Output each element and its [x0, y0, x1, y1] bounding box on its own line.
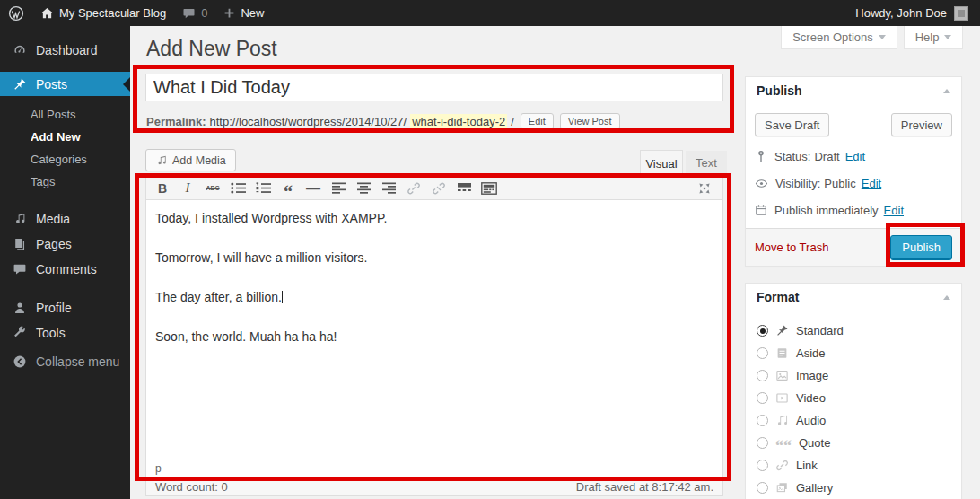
permalink-slug[interactable]: what-i-did-today-2	[410, 114, 507, 129]
insert-more-tag-icon[interactable]	[451, 178, 477, 198]
new-content-menu[interactable]: New	[215, 0, 272, 26]
post-title-input[interactable]	[145, 74, 723, 101]
radio-unselected[interactable]	[757, 392, 768, 404]
bold-icon[interactable]: B	[150, 178, 175, 198]
align-left-icon[interactable]	[326, 178, 351, 198]
format-option-video[interactable]: Video	[757, 387, 950, 409]
publish-panel-header[interactable]: Publish	[746, 77, 961, 104]
format-option-quote[interactable]: ““ Quote	[757, 432, 950, 454]
radio-unselected[interactable]	[757, 482, 768, 494]
sidebar-item-posts[interactable]: Posts	[0, 72, 130, 96]
sidebar-item-label: Profile	[36, 301, 72, 315]
word-count-label: Word count:	[155, 480, 218, 494]
sidebar-item-label: Comments	[36, 262, 97, 276]
plus-icon	[223, 7, 235, 19]
chevron-down-icon	[944, 35, 951, 39]
format-option-link[interactable]: Link	[757, 454, 950, 477]
visibility-label: Visibility:	[775, 177, 820, 190]
status-row: Status: Draft Edit	[755, 149, 952, 163]
sidebar-subitem-all-posts[interactable]: All Posts	[0, 103, 130, 126]
help-button[interactable]: Help	[904, 26, 963, 49]
distraction-free-icon[interactable]	[692, 178, 717, 198]
add-media-icon	[155, 154, 168, 167]
radio-unselected[interactable]	[757, 415, 768, 426]
format-option-audio[interactable]: Audio	[757, 409, 950, 432]
permalink-row: Permalink: http://localhost/wordpress/20…	[146, 113, 730, 130]
format-option-image[interactable]: Image	[757, 364, 950, 387]
add-media-button[interactable]: Add Media	[145, 149, 236, 171]
autosave-status: Draft saved at 8:17:42 am.	[576, 480, 713, 494]
format-panel-header[interactable]: Format	[746, 284, 961, 311]
view-post-button[interactable]: View Post	[560, 113, 620, 130]
permalink-label: Permalink:	[146, 115, 206, 128]
sidebar-item-comments[interactable]: Comments	[0, 257, 130, 282]
comments-shortcut[interactable]: 0	[174, 0, 215, 26]
radio-unselected[interactable]	[757, 347, 768, 359]
preview-button[interactable]: Preview	[891, 113, 952, 136]
tab-text[interactable]: Text	[686, 151, 727, 174]
insert-link-icon[interactable]	[401, 178, 426, 198]
publish-panel: Publish Save Draft Preview Status: Draft…	[745, 76, 962, 267]
sidebar-subitem-categories[interactable]: Categories	[0, 148, 130, 171]
sidebar-item-media[interactable]: Media	[0, 206, 130, 232]
move-to-trash-link[interactable]: Move to Trash	[755, 241, 828, 254]
editor-content-area[interactable]: Today, I installed Wordpress with XAMPP.…	[145, 200, 723, 463]
status-value: Draft	[814, 150, 839, 163]
account-menu[interactable]: Howdy, John Doe	[855, 6, 980, 21]
editor-element-path: p	[145, 463, 723, 477]
edit-visibility-link[interactable]: Edit	[862, 177, 881, 190]
remove-link-icon[interactable]	[426, 178, 451, 198]
new-label: New	[241, 6, 264, 20]
site-link[interactable]: My Spectacular Blog	[32, 0, 174, 26]
screen-options-button[interactable]: Screen Options	[781, 26, 897, 49]
comment-count: 0	[201, 6, 207, 20]
sidebar-item-profile[interactable]: Profile	[0, 295, 130, 320]
sidebar-collapse-menu[interactable]: Collapse menu	[0, 349, 130, 374]
tab-visual[interactable]: Visual	[640, 150, 683, 176]
format-option-standard[interactable]: Standard	[757, 320, 950, 342]
media-icon	[13, 212, 27, 226]
horizontal-rule-icon[interactable]: —	[301, 178, 326, 198]
wordpress-menu[interactable]	[0, 0, 32, 26]
permalink-base: http://localhost/wordpress/2014/10/27/	[209, 115, 407, 128]
schedule-row: Publish immediately Edit	[755, 203, 952, 217]
format-option-aside[interactable]: Aside	[757, 342, 950, 364]
page-title: Add New Post	[146, 37, 277, 61]
site-name: My Spectacular Blog	[59, 6, 166, 20]
tools-icon	[13, 326, 27, 340]
sidebar-subitem-add-new[interactable]: Add New	[0, 126, 130, 148]
radio-unselected[interactable]	[757, 460, 768, 471]
sidebar-item-tools[interactable]: Tools	[0, 320, 130, 346]
chevron-down-icon	[879, 35, 886, 39]
toolbar-toggle-icon[interactable]	[477, 178, 502, 198]
radio-unselected[interactable]	[757, 370, 768, 381]
help-label: Help	[915, 31, 940, 44]
publish-button[interactable]: Publish	[890, 235, 952, 260]
pages-icon	[13, 237, 27, 251]
blockquote-icon[interactable]: “	[276, 178, 301, 198]
italic-icon[interactable]: I	[175, 178, 200, 198]
bulleted-list-icon[interactable]	[225, 178, 250, 198]
collapse-arrow-icon	[13, 355, 27, 369]
radio-selected[interactable]	[757, 325, 768, 337]
save-draft-button[interactable]: Save Draft	[755, 113, 829, 136]
sidebar-subitem-tags[interactable]: Tags	[0, 171, 130, 193]
status-label: Status:	[774, 150, 810, 163]
edit-status-link[interactable]: Edit	[845, 150, 865, 163]
collapse-panel-icon[interactable]	[943, 295, 950, 300]
strikethrough-icon[interactable]: ABC	[200, 178, 225, 198]
format-option-label: Standard	[796, 324, 844, 337]
sidebar-item-dashboard[interactable]: Dashboard	[0, 38, 130, 63]
format-option-gallery[interactable]: Gallery	[757, 477, 950, 499]
numbered-list-icon[interactable]	[250, 178, 276, 198]
edit-schedule-link[interactable]: Edit	[884, 204, 904, 217]
align-right-icon[interactable]	[376, 178, 401, 198]
radio-unselected[interactable]	[757, 437, 768, 449]
collapse-panel-icon[interactable]	[943, 89, 950, 93]
align-center-icon[interactable]	[351, 178, 376, 198]
word-count-value: 0	[221, 480, 227, 494]
sidebar-item-label: Posts	[36, 77, 67, 92]
audio-icon	[775, 414, 789, 427]
sidebar-item-pages[interactable]: Pages	[0, 232, 130, 257]
edit-permalink-button[interactable]: Edit	[521, 113, 554, 130]
